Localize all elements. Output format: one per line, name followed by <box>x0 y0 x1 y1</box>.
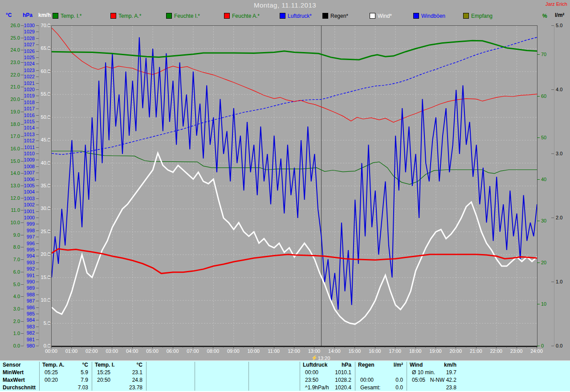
temp_c-axis-label: 0.0 <box>1 343 20 348</box>
hpa-axis-label: 1009 <box>20 157 35 162</box>
legend-item-luftdruck[interactable]: Luftdruck* <box>280 13 312 19</box>
legend-item-windboeen[interactable]: Windböen <box>413 13 445 19</box>
hpa-axis-label: 1011 <box>20 145 35 150</box>
kmh-axis-tick <box>48 231 51 232</box>
temp-a-swatch-icon <box>110 13 116 19</box>
hpa-axis-tick <box>36 173 39 173</box>
hpa-axis-label: 1024 <box>20 61 35 66</box>
x-axis-tick <box>51 347 52 348</box>
hpa-axis-tick <box>36 44 39 45</box>
hpa-axis-label: 1022 <box>20 74 35 79</box>
temp_c-axis-label: 1.0 <box>1 331 20 336</box>
x-axis-tick <box>274 347 274 348</box>
chart-canvas[interactable] <box>52 26 537 346</box>
kmh-axis-tick <box>48 94 51 94</box>
hpa-axis-tick <box>36 327 39 327</box>
lm2-axis-tick <box>551 25 554 26</box>
stats-cell-value: 23.78 <box>92 384 142 392</box>
x-axis-label: 16:00 <box>366 348 384 354</box>
hpa-axis-tick <box>36 128 39 128</box>
hpa-axis-label: 1007 <box>20 170 35 175</box>
weather-chart-window: Montag, 11.11.2013 Jarz Erich °C hPa km/… <box>0 0 570 392</box>
x-axis-tick <box>517 347 517 348</box>
percent-axis-tick <box>537 179 540 180</box>
x-axis-tick <box>476 347 476 348</box>
hpa-axis-tick <box>36 269 39 269</box>
hpa-axis-tick <box>36 314 39 314</box>
percent-axis-tick <box>537 137 540 138</box>
legend-item-regen[interactable]: Regen* <box>322 13 348 19</box>
kmh-axis-tick <box>48 208 51 209</box>
kmh-axis-tick <box>48 254 51 255</box>
hpa-axis-tick <box>36 288 39 288</box>
x-axis-label: 17:00 <box>386 348 404 354</box>
x-axis-tick <box>537 347 537 348</box>
legend-item-temp-i[interactable]: Temp. I.* <box>53 13 81 19</box>
temp_c-axis-label: 15.0 <box>1 158 20 164</box>
legend-item-empfang[interactable]: Empfang <box>463 13 493 19</box>
hpa-axis-label: 1021 <box>20 81 35 86</box>
legend-label: Temp. A.* <box>118 13 141 19</box>
stats-cell-value: 7.9 <box>39 376 88 384</box>
x-axis-label: 22:00 <box>487 348 505 354</box>
stats-cell-value: 23.1 <box>92 369 142 376</box>
lm2-axis-line <box>554 25 554 346</box>
hpa-axis-tick <box>36 250 39 250</box>
stats-cell-value: 1028.2 <box>300 376 351 384</box>
lm2-axis-label: 4.0 <box>556 87 569 92</box>
legend-item-feuchte-a[interactable]: Feuchte A.* <box>224 13 260 19</box>
hpa-axis-tick <box>36 198 39 199</box>
x-axis-minor-tick <box>506 347 507 348</box>
hpa-axis-label: 987 <box>20 298 35 303</box>
hpa-axis-tick <box>36 263 39 263</box>
series-windböen <box>52 37 537 310</box>
hpa-axis-label: 998 <box>20 228 35 233</box>
x-axis-minor-tick <box>526 347 527 348</box>
legend-label: Temp. I.* <box>61 13 81 19</box>
hpa-axis-label: 982 <box>20 330 35 335</box>
lm2-axis-tick <box>551 218 554 218</box>
hpa-axis-tick <box>36 192 39 192</box>
hpa-axis-tick <box>36 89 39 90</box>
stats-panel: SensorMinWertMaxWertDurchschnittTemp. A.… <box>0 360 570 392</box>
x-axis-label: 18:00 <box>407 348 424 354</box>
stats-cell-value: 19.7 <box>407 369 456 376</box>
hpa-axis-label: 1000 <box>20 215 35 220</box>
chart-plot-area[interactable] <box>51 25 537 347</box>
kmh-axis-tick <box>48 71 51 72</box>
hpa-axis-tick <box>36 64 39 64</box>
percent-axis-label: 30 <box>541 218 553 223</box>
hpa-axis-tick <box>36 282 39 282</box>
x-axis-label: 21:00 <box>467 348 485 354</box>
x-axis-tick <box>456 347 456 348</box>
temp_c-axis-label: 16.0 <box>1 146 20 151</box>
hpa-axis-label: 986 <box>20 305 35 310</box>
stats-cell-value: 7.03 <box>39 384 88 392</box>
legend-item-wind[interactable]: Wind* <box>370 13 392 19</box>
x-axis-minor-tick <box>102 347 102 348</box>
x-axis-minor-tick <box>183 347 183 348</box>
hpa-axis-label: 1023 <box>20 68 35 73</box>
hpa-axis-tick <box>36 166 39 167</box>
kmh-axis-tick <box>48 323 51 323</box>
hpa-axis-tick <box>36 218 39 218</box>
legend-item-feuchte-i[interactable]: Feuchte I.* <box>166 13 200 19</box>
x-axis-tick <box>193 347 193 348</box>
hpa-axis-label: 1025 <box>20 55 35 60</box>
x-axis-tick <box>314 347 314 348</box>
stats-row-label: Sensor <box>3 361 38 369</box>
hpa-axis-label: 1008 <box>20 164 35 169</box>
x-axis-label: 05:00 <box>143 348 161 354</box>
x-axis-minor-tick <box>425 347 426 348</box>
hpa-axis-label: 994 <box>20 253 35 259</box>
stats-cell-value: 0.0 <box>355 376 403 384</box>
hpa-axis-label: 1004 <box>20 189 35 194</box>
cursor-time-label: 13:20 <box>318 356 330 361</box>
x-axis-label: 20:00 <box>447 348 464 354</box>
x-axis-minor-tick <box>243 347 244 348</box>
kmh-axis-tick <box>48 186 51 186</box>
hpa-axis-label: 1006 <box>20 177 35 182</box>
empfang-swatch-icon <box>463 13 469 19</box>
legend-item-temp-a[interactable]: Temp. A.* <box>110 13 141 19</box>
hpa-axis-label: 997 <box>20 234 35 239</box>
